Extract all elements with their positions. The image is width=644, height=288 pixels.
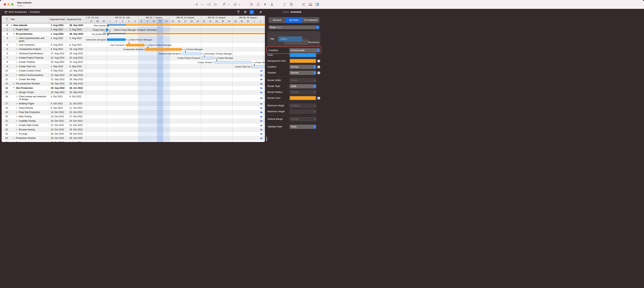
rule-target-popup[interactable]: Rows - Bars ▲▼ xyxy=(268,25,320,29)
style-brush-icon[interactable] xyxy=(250,10,254,14)
overflow-right-icon[interactable]: ≫ xyxy=(260,137,262,140)
gantt-bar[interactable] xyxy=(201,57,214,59)
indent-icon[interactable] xyxy=(207,2,211,6)
disclosure-collapsed-icon[interactable]: ▷ xyxy=(13,28,14,30)
chevron-down-icon[interactable] xyxy=(200,2,204,6)
overflow-right-icon[interactable]: ≫ xyxy=(260,69,262,72)
gradient-popup[interactable]: Normal▲▼ xyxy=(290,65,316,69)
highlight-style-popup[interactable]: None▲▼ xyxy=(290,125,316,129)
disclosure-collapsed-icon[interactable]: ▷ xyxy=(16,48,18,50)
disclosure-collapsed-icon[interactable]: ▷ xyxy=(16,102,18,104)
pane-splitter-handle[interactable] xyxy=(266,137,267,141)
disclosure-collapsed-icon[interactable]: ▷ xyxy=(16,95,18,97)
border-radius-combo[interactable]: 3,12 pt▾ xyxy=(290,90,316,94)
gantt-bar[interactable] xyxy=(144,48,182,51)
breadcrumb[interactable]: Work Breakdown〉Schedule xyxy=(8,10,40,13)
overflow-right-icon[interactable]: ≫ xyxy=(260,82,262,85)
border-width-combo[interactable]: 0,5 pt▾ xyxy=(290,78,316,82)
disclosure-collapsed-icon[interactable]: ▷ xyxy=(16,115,18,117)
overflow-right-icon[interactable]: ≫ xyxy=(260,74,262,77)
gantt-bar[interactable] xyxy=(214,61,251,63)
gantt-bar[interactable] xyxy=(126,44,144,46)
vertical-margin-combo[interactable]: 3,12 pt▾ xyxy=(290,117,316,121)
overflow-right-icon[interactable]: ≫ xyxy=(260,120,262,123)
overflow-right-icon[interactable]: ≫ xyxy=(260,97,262,99)
filter-icon[interactable] xyxy=(236,10,241,14)
network-icon[interactable] xyxy=(290,2,293,6)
disclosure-collapsed-icon[interactable]: ▷ xyxy=(16,91,18,93)
disclosure-collapsed-icon[interactable]: ▷ xyxy=(16,78,18,80)
disclosure-collapsed-icon[interactable]: ▷ xyxy=(16,61,18,63)
add-icon[interactable] xyxy=(195,2,198,6)
disclosure-collapsed-icon[interactable]: ▷ xyxy=(16,56,18,58)
help-icon[interactable]: ? xyxy=(250,2,253,6)
column-header-start[interactable]: Expected Start xyxy=(50,16,65,23)
bell-icon[interactable] xyxy=(256,2,260,6)
panel-bottom-icon[interactable] xyxy=(309,2,312,6)
disclosure-collapsed-icon[interactable]: ▷ xyxy=(16,124,18,126)
bolt-icon[interactable] xyxy=(263,2,267,6)
attach-icon[interactable] xyxy=(222,2,226,6)
gantt-bar[interactable] xyxy=(251,65,265,68)
remove-shadow-button[interactable]: ✕ xyxy=(318,71,320,74)
shadow-popup[interactable]: Normal▲▼ xyxy=(290,71,316,75)
disclosure-collapsed-icon[interactable]: ▷ xyxy=(16,128,18,130)
disclosure-collapsed-icon[interactable]: ▷ xyxy=(13,82,14,85)
summary-bar[interactable] xyxy=(107,33,265,34)
column-header-num[interactable]: #▲ xyxy=(5,16,9,23)
breadcrumb-current[interactable]: Schedule xyxy=(30,10,40,13)
disclosure-collapsed-icon[interactable]: ▷ xyxy=(16,133,18,135)
tools-icon[interactable] xyxy=(302,2,305,6)
overflow-right-icon[interactable]: ≫ xyxy=(260,78,262,81)
disclosure-collapsed-icon[interactable]: ▷ xyxy=(16,111,18,113)
disclosure-collapsed-icon[interactable]: ▷ xyxy=(16,120,18,122)
minimize-button[interactable] xyxy=(8,3,10,5)
breadcrumb-parent[interactable]: Work Breakdown xyxy=(8,10,27,13)
close-button[interactable] xyxy=(4,3,6,5)
remove-border-color-button[interactable]: ✕ xyxy=(318,97,320,99)
disclosure-expanded-icon[interactable]: ▼ xyxy=(11,24,12,26)
overflow-right-icon[interactable]: ≫ xyxy=(260,124,262,127)
overflow-right-icon[interactable]: ≫ xyxy=(260,102,262,105)
outdent-icon[interactable] xyxy=(214,2,218,6)
disclosure-collapsed-icon[interactable]: ▷ xyxy=(16,52,18,54)
border-color-colorwell[interactable] xyxy=(290,96,316,100)
tab-for-selection[interactable]: For Selection xyxy=(302,17,320,23)
overflow-right-icon[interactable]: ≫ xyxy=(260,111,262,114)
overflow-right-icon[interactable]: ≫ xyxy=(260,133,262,136)
gantt-bar[interactable] xyxy=(182,52,201,55)
remove-gradient-button[interactable]: ✕ xyxy=(318,65,320,68)
milestone-diamond[interactable] xyxy=(105,28,108,31)
disclosure-collapsed-icon[interactable]: ▷ xyxy=(13,141,14,142)
disclosure-collapsed-icon[interactable]: ▷ xyxy=(13,137,14,139)
sync-icon[interactable] xyxy=(283,2,286,6)
maximum-height-combo[interactable]: ▾ xyxy=(290,109,316,114)
overflow-right-icon[interactable]: ≫ xyxy=(260,106,262,109)
minimum-height-combo[interactable]: 12,48 pt▾ xyxy=(290,104,316,108)
tab-by-rules[interactable]: By Rules xyxy=(286,17,302,23)
column-header-end[interactable]: Expected End xyxy=(67,16,81,23)
zoom-button[interactable] xyxy=(11,3,14,5)
panel-right-icon[interactable] xyxy=(315,2,319,6)
remove-background-color-button[interactable]: ✕ xyxy=(318,60,320,62)
column-header-title[interactable]: Title xyxy=(10,16,15,23)
background-color-colorwell[interactable] xyxy=(290,59,316,63)
summary-bar[interactable] xyxy=(107,24,265,26)
more-circle-icon[interactable] xyxy=(233,2,237,6)
user-icon[interactable] xyxy=(270,2,274,6)
wrench-icon[interactable] xyxy=(258,10,263,14)
labels-field[interactable]: Labels xyxy=(278,36,302,41)
disclosure-collapsed-icon[interactable]: ▷ xyxy=(16,70,18,72)
disclosure-collapsed-icon[interactable]: ▷ xyxy=(16,37,18,39)
outline-icon[interactable] xyxy=(243,10,248,14)
chevron-down-icon[interactable] xyxy=(227,2,231,6)
border-style-popup[interactable]: Solid▲▼ xyxy=(290,84,316,88)
disclosure-collapsed-icon[interactable]: ▷ xyxy=(16,43,18,46)
chevron-down-icon[interactable] xyxy=(238,2,241,6)
tab-general[interactable]: General xyxy=(268,17,286,23)
overflow-right-icon[interactable]: ≫ xyxy=(260,87,262,89)
disclosure-collapsed-icon[interactable]: ▷ xyxy=(16,74,18,76)
overflow-right-icon[interactable]: ≫ xyxy=(260,91,262,94)
disclosure-collapsed-icon[interactable]: ▷ xyxy=(16,107,18,109)
disclosure-expanded-icon[interactable]: ▼ xyxy=(13,87,15,89)
